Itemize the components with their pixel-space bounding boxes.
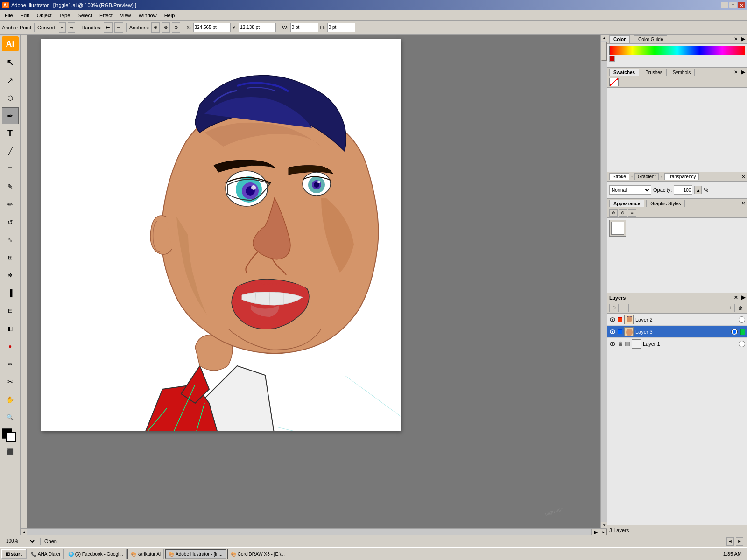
taskbar-aha-dialer[interactable]: 📞 AHA Dialer [28,549,64,559]
zoom-select[interactable]: 100% 50% 200% [4,537,36,546]
opacity-input[interactable] [674,185,692,195]
layer-item-1[interactable]: Layer 1 [607,338,747,350]
title-minimize-btn[interactable]: – [721,2,728,8]
gradient-tab[interactable]: Gradient [634,173,659,180]
menu-effect[interactable]: Effect [96,12,116,19]
rotate-tool[interactable]: ↺ [2,214,19,231]
menu-object[interactable]: Object [33,12,56,19]
symbol-tool[interactable]: ✼ [2,267,19,284]
brushes-tab[interactable]: Brushes [641,69,667,76]
direct-select-tool[interactable]: ↗ [2,72,19,89]
fill-stroke-indicator[interactable] [2,428,19,442]
layer-3-target[interactable] [731,329,738,335]
type-tool[interactable]: T [2,125,19,142]
convert-btn-1[interactable]: ⌐ [59,22,66,33]
title-close-btn[interactable]: ✕ [738,2,745,8]
color-gradient-bar[interactable] [609,46,745,55]
status-prev-btn[interactable]: ◄ [726,537,734,546]
menu-edit[interactable]: Edit [17,12,33,19]
blend-tool[interactable]: ∞ [2,356,19,372]
hscroll-right-btn[interactable]: ► [600,529,607,535]
transparency-tab[interactable]: Transparency [664,173,699,180]
appearance-menu-btn[interactable]: ≡ [628,209,636,217]
vscroll-thumb[interactable] [601,42,607,61]
anchors-btn-2[interactable]: ⊖ [162,22,170,33]
scale-tool[interactable]: ⤡ [2,231,19,248]
anchors-btn-1[interactable]: ⊕ [151,22,160,33]
layer-1-lock[interactable] [618,341,623,347]
layer-item-3[interactable]: Layer 3 [607,326,747,338]
hscroll-left-btn[interactable]: ◄ [21,529,27,535]
pen-tool[interactable]: ✒ [2,107,19,124]
appearance-new-btn[interactable]: ⊕ [609,209,618,217]
mesh-tool[interactable]: ⊟ [2,302,19,319]
color-tab[interactable]: Color [609,35,630,43]
layer-2-eye[interactable] [609,316,616,323]
swatches-panel-close[interactable]: ✕ [734,70,738,75]
canvas-vscrollbar[interactable]: ▲ ▼ [600,35,607,528]
appearance-del-btn[interactable]: ⊖ [619,209,627,217]
swatches-panel-menu[interactable]: ▶ [741,69,745,75]
x-input[interactable] [193,23,231,32]
eyedropper-tool[interactable]: ● [2,338,19,355]
gradient-tool[interactable]: ◧ [2,320,19,337]
menu-window[interactable]: Window [135,12,161,19]
select-tool[interactable]: ↖ [2,54,19,71]
w-input[interactable] [290,23,318,32]
vscroll-down-btn[interactable]: ▼ [601,522,607,528]
anchors-btn-3[interactable]: ⊗ [172,22,180,33]
hand-tool[interactable]: ✋ [2,391,19,408]
start-button[interactable]: ⊞ start [1,549,27,559]
appearance-item-1[interactable] [609,220,626,237]
taskbar-illustrator[interactable]: 🎨 Adobe Illustrator - [in... [165,549,226,559]
color-panel-menu[interactable]: ▶ [741,36,745,42]
menu-view[interactable]: View [116,12,135,19]
pencil-tool[interactable]: ✏ [2,196,19,213]
status-next-btn[interactable]: ► [736,537,743,546]
graph-tool[interactable]: ▐ [2,285,19,301]
line-tool[interactable]: ╱ [2,143,19,160]
layer-1-eye[interactable] [609,341,616,347]
menu-file[interactable]: File [1,12,17,19]
taskbar-coreldraw[interactable]: 🎨 CorelDRAW X3 - [E:\... [227,549,288,559]
handles-btn-1[interactable]: ⊢ [104,22,113,33]
zoom-tool[interactable]: 🔍 [2,409,19,426]
layers-panel-close[interactable]: ✕ [734,295,738,300]
convert-btn-2[interactable]: ¬ [68,22,75,33]
color-guide-tab[interactable]: Color Guide [634,35,667,43]
taskbar-facebook[interactable]: 🌐 (3) Facebook - Googl... [65,549,127,559]
canvas-hscrollbar[interactable]: ◄ ▶ ► [21,528,607,535]
layers-locate-btn[interactable]: ⊙ [609,304,619,312]
color-swatch-red[interactable] [609,56,615,62]
color-panel-close[interactable]: ✕ [734,36,738,42]
y-input[interactable] [239,23,276,32]
blend-mode-select[interactable]: Normal Multiply Screen Overlay [609,185,651,195]
brush-tool[interactable]: ✎ [2,178,19,195]
opacity-up-btn[interactable]: ▲ [694,186,702,194]
menu-select[interactable]: Select [74,12,96,19]
layers-delete-btn[interactable]: 🗑 [736,304,745,312]
h-input[interactable] [327,23,355,32]
vscroll-track[interactable] [601,41,607,522]
scissors-tool[interactable]: ✂ [2,373,19,390]
menu-help[interactable]: Help [161,12,179,19]
graphic-styles-tab[interactable]: Graphic Styles [646,200,685,207]
menu-type[interactable]: Type [56,12,74,19]
handles-btn-2[interactable]: ⊣ [114,22,123,33]
layer-3-eye[interactable] [609,329,616,335]
vscroll-up-btn[interactable]: ▲ [601,35,607,41]
swatches-tab[interactable]: Swatches [609,69,639,76]
transparency-panel-close[interactable]: ✕ [741,174,745,179]
title-maximize-btn[interactable]: □ [729,2,737,8]
layers-panel-menu[interactable]: ▶ [741,294,745,301]
appearance-panel-close[interactable]: ✕ [741,201,745,206]
appearance-tab[interactable]: Appearance [609,200,644,207]
warp-tool[interactable]: ⊞ [2,249,19,266]
layers-new-layer-btn[interactable]: + [726,304,735,312]
layer-1-target[interactable] [739,341,745,347]
hscroll-mode-btn[interactable]: ▶ [591,529,600,535]
hscroll-track[interactable] [27,529,591,535]
lasso-tool[interactable]: ⬡ [2,90,19,106]
swatch-none-btn[interactable] [609,78,619,86]
layers-move-btn[interactable]: → [620,304,629,312]
